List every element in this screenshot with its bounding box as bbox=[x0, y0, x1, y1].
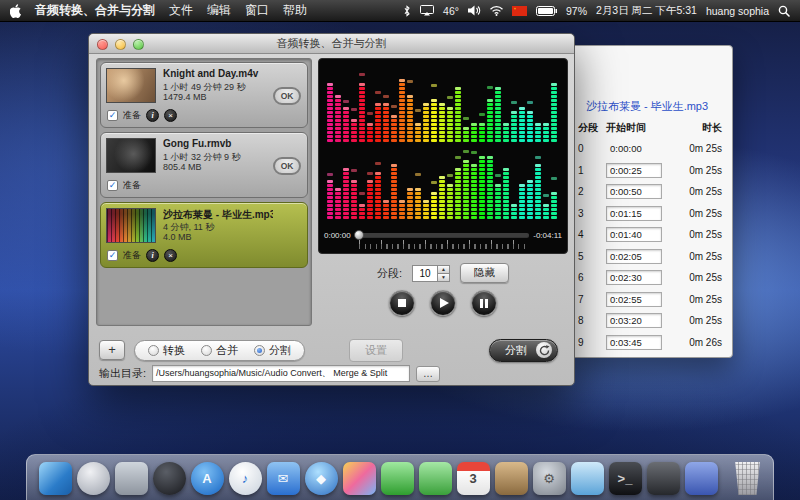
file-list-item[interactable]: Knight and Day.m4v 1 小时 49 分钟 29 秒 1479.… bbox=[100, 62, 308, 128]
dock-icon-photos[interactable] bbox=[343, 462, 376, 495]
segment-duration: 0m 25s bbox=[670, 165, 724, 176]
info-button[interactable]: i bbox=[146, 109, 159, 122]
temperature-status[interactable]: 46° bbox=[443, 5, 459, 17]
browse-button[interactable]: … bbox=[416, 366, 440, 382]
start-time-field[interactable]: 0:00:50 bbox=[606, 184, 662, 199]
radio-icon bbox=[148, 345, 159, 356]
info-button[interactable]: i bbox=[146, 249, 159, 262]
segment-duration: 0m 25s bbox=[670, 229, 724, 240]
dock-icon-contacts[interactable] bbox=[495, 462, 528, 495]
file-list-item[interactable]: Gong Fu.rmvb 1 小时 32 分钟 9 秒 805.4 MB ✓ 准… bbox=[100, 132, 308, 198]
split-row: 7 0:02:55 0m 25s bbox=[578, 289, 724, 311]
split-row: 5 0:02:05 0m 25s bbox=[578, 246, 724, 268]
pause-button[interactable] bbox=[471, 290, 497, 316]
split-list-window: 沙拉布莱曼 - 毕业生.mp3 分段 开始时间 时长 0 0:00:00 0m … bbox=[565, 45, 733, 358]
stop-button[interactable] bbox=[389, 290, 415, 316]
segment-count-field[interactable]: 10 bbox=[412, 265, 438, 282]
mode-radio-merge[interactable]: 合并 bbox=[201, 343, 238, 358]
split-action-button[interactable]: 分割 bbox=[489, 339, 558, 362]
menu-window[interactable]: 窗口 bbox=[245, 2, 269, 19]
window-title: 音频转换、合并与分割 bbox=[277, 36, 387, 51]
input-language-flag-icon[interactable] bbox=[512, 6, 527, 16]
add-file-button[interactable]: + bbox=[99, 340, 125, 360]
dock-icon-system-preferences[interactable]: ⚙ bbox=[533, 462, 566, 495]
start-time-field[interactable]: 0:02:05 bbox=[606, 249, 662, 264]
hide-button[interactable]: 隐藏 bbox=[460, 263, 509, 283]
split-row: 0 0:00:00 0m 25s bbox=[578, 138, 724, 160]
ready-label: 准备 bbox=[123, 109, 141, 122]
ready-checkbox[interactable]: ✓ bbox=[107, 250, 118, 261]
seek-thumb[interactable] bbox=[354, 230, 364, 240]
dock-icon-app-store[interactable]: A bbox=[191, 462, 224, 495]
status-badge: OK bbox=[273, 87, 301, 105]
menu-file[interactable]: 文件 bbox=[169, 2, 193, 19]
ready-checkbox[interactable]: ✓ bbox=[107, 180, 118, 191]
file-thumbnail bbox=[106, 208, 156, 243]
dock-icon-maps[interactable] bbox=[571, 462, 604, 495]
status-badge: OK bbox=[273, 157, 301, 175]
dock-icon-mail[interactable]: ✉ bbox=[267, 462, 300, 495]
dock-icon-itunes[interactable]: ♪ bbox=[229, 462, 262, 495]
dock-icon-launchpad[interactable] bbox=[77, 462, 110, 495]
output-directory-field[interactable]: /Users/huangsophia/Music/Audio Convert、 … bbox=[152, 365, 410, 382]
dock-icon-documents[interactable] bbox=[685, 462, 718, 495]
dock-icon-terminal[interactable]: >_ bbox=[609, 462, 642, 495]
split-panel-title: 沙拉布莱曼 - 毕业生.mp3 bbox=[566, 99, 728, 114]
wifi-icon[interactable] bbox=[490, 6, 503, 16]
menu-edit[interactable]: 编辑 bbox=[207, 2, 231, 19]
dock-icon-dashboard[interactable] bbox=[153, 462, 186, 495]
start-time-field[interactable]: 0:03:20 bbox=[606, 313, 662, 328]
start-time-field[interactable]: 0:02:30 bbox=[606, 270, 662, 285]
bluetooth-icon[interactable] bbox=[403, 5, 411, 17]
start-time-field[interactable]: 0:01:40 bbox=[606, 227, 662, 242]
seek-groove[interactable] bbox=[355, 233, 530, 237]
header-duration: 时长 bbox=[670, 121, 724, 135]
settings-button[interactable]: 设置 bbox=[349, 339, 403, 362]
dock-icon-mission-control[interactable] bbox=[115, 462, 148, 495]
start-time-field[interactable]: 0:00:25 bbox=[606, 163, 662, 178]
mode-radio-split[interactable]: 分割 bbox=[254, 343, 291, 358]
seek-bar[interactable] bbox=[355, 231, 530, 249]
stepper-down-button[interactable]: ▼ bbox=[437, 273, 450, 282]
user-menu[interactable]: huang sophia bbox=[706, 5, 769, 17]
dock-icon-safari[interactable]: ◆ bbox=[305, 462, 338, 495]
battery-icon[interactable] bbox=[536, 6, 557, 16]
mode-label: 合并 bbox=[216, 343, 238, 358]
mode-radio-convert[interactable]: 转换 bbox=[148, 343, 185, 358]
ready-checkbox[interactable]: ✓ bbox=[107, 110, 118, 121]
dock: A♪✉◆3⚙>_ bbox=[26, 454, 774, 500]
file-name: 沙拉布莱曼 - 毕业生.mp3 bbox=[163, 208, 273, 222]
battery-percent[interactable]: 97% bbox=[566, 5, 587, 17]
ready-label: 准备 bbox=[123, 249, 141, 262]
volume-icon[interactable] bbox=[468, 5, 481, 16]
spotlight-icon[interactable] bbox=[778, 5, 790, 17]
segment-number: 3 bbox=[578, 208, 606, 219]
remove-file-button[interactable]: × bbox=[164, 249, 177, 262]
converter-window: 音频转换、合并与分割 Knight and Day.m4v 1 小时 49 分钟… bbox=[88, 33, 575, 386]
dock-icon-calendar[interactable]: 3 bbox=[457, 462, 490, 495]
trash-icon[interactable] bbox=[734, 462, 762, 495]
play-button[interactable] bbox=[430, 290, 456, 316]
file-list-item[interactable]: 沙拉布莱曼 - 毕业生.mp3 4 分钟, 11 秒 4.0 MB ✓ 准备 i… bbox=[100, 202, 308, 268]
close-window-button[interactable] bbox=[97, 39, 108, 50]
minimize-window-button[interactable] bbox=[115, 39, 126, 50]
display-icon[interactable] bbox=[420, 5, 434, 16]
menu-help[interactable]: 帮助 bbox=[283, 2, 307, 19]
segment-number: 2 bbox=[578, 186, 606, 197]
window-titlebar[interactable]: 音频转换、合并与分割 bbox=[89, 34, 574, 54]
menu-app-name[interactable]: 音频转换、合并与分割 bbox=[35, 2, 155, 19]
dock-icon-messages[interactable] bbox=[419, 462, 452, 495]
remove-file-button[interactable]: × bbox=[164, 109, 177, 122]
segment-duration: 0m 25s bbox=[670, 208, 724, 219]
start-time-field[interactable]: 0:02:55 bbox=[606, 292, 662, 307]
dock-icon-finder[interactable] bbox=[39, 462, 72, 495]
datetime-status[interactable]: 2月3日 周二 下午5:31 bbox=[596, 4, 697, 18]
apple-menu-icon[interactable] bbox=[10, 4, 21, 18]
zoom-window-button[interactable] bbox=[133, 39, 144, 50]
process-spinner-icon bbox=[536, 342, 552, 358]
start-time-field[interactable]: 0:01:15 bbox=[606, 206, 662, 221]
equalizer-visualization bbox=[327, 65, 559, 219]
dock-icon-utilities[interactable] bbox=[647, 462, 680, 495]
dock-icon-facetime[interactable] bbox=[381, 462, 414, 495]
start-time-field[interactable]: 0:03:45 bbox=[606, 335, 662, 350]
